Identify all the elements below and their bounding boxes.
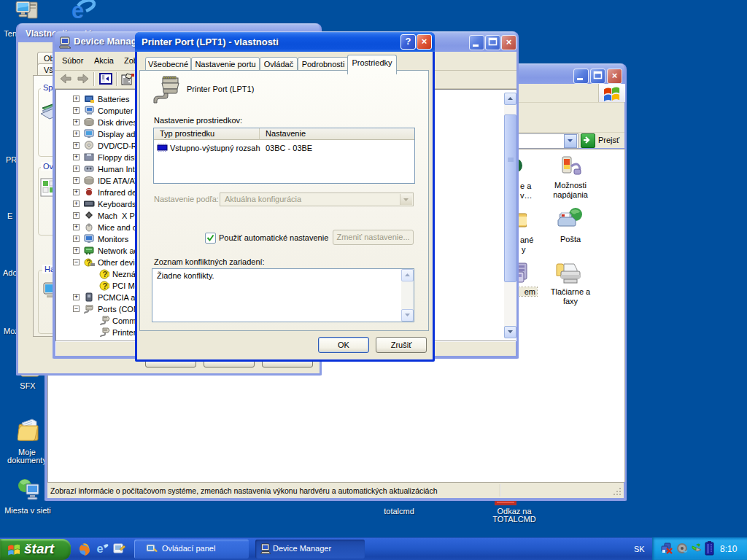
- svg-text:e: e: [97, 542, 104, 555]
- svg-text:?: ?: [103, 270, 108, 279]
- svg-text:?: ?: [103, 281, 108, 290]
- svg-text:?: ?: [87, 259, 91, 267]
